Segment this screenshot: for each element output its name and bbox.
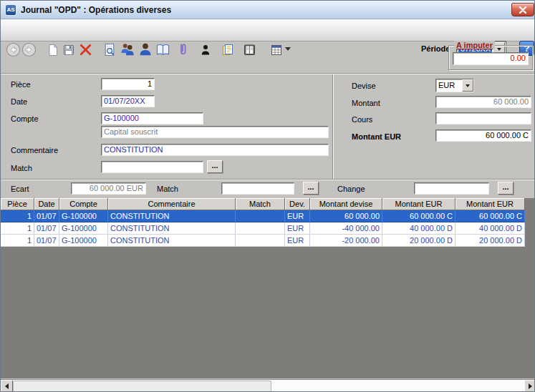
ecart-match-field[interactable] [221, 182, 294, 195]
a-imputer-groupbox: A imputer 0.00 [448, 45, 533, 70]
piece-field[interactable]: 1 [101, 78, 155, 90]
contact-button[interactable] [199, 42, 211, 58]
montant-eur-field[interactable]: 60 000.00 C [435, 129, 531, 142]
save-button[interactable] [61, 41, 77, 58]
column-header[interactable]: Montant EUR [382, 198, 456, 210]
ecart-match-label: Match [157, 185, 178, 193]
horizontal-scrollbar[interactable] [1, 379, 535, 392]
report-icon [221, 43, 235, 57]
column-header[interactable]: Match [236, 198, 285, 210]
commentaire-field[interactable]: CONSTITUTION [101, 144, 329, 156]
book-button[interactable] [154, 41, 172, 58]
column-header[interactable]: Commentaire [108, 198, 236, 210]
back-icon [6, 42, 21, 57]
table-cell[interactable]: EUR [285, 210, 310, 222]
address-book-button[interactable] [241, 41, 257, 58]
close-icon [519, 6, 527, 14]
column-header[interactable]: Dev. [285, 198, 310, 210]
table-row[interactable]: 101/07G-100000CONSTITUTIONEUR-20 000.002… [1, 235, 525, 247]
table-cell[interactable]: 01/07 [34, 210, 59, 222]
devise-combobox[interactable]: EUR [435, 79, 474, 92]
journal-grid: PièceDateCompteCommentaireMatchDev.Monta… [1, 198, 535, 378]
table-cell[interactable] [236, 235, 285, 247]
table-cell[interactable]: 20 000.00 D [456, 235, 525, 247]
table-cell[interactable]: 1 [1, 222, 34, 235]
table-cell[interactable]: G-100000 [59, 210, 108, 222]
date-label: Date [11, 97, 27, 106]
table-cell[interactable]: 60 000.00 [310, 210, 382, 222]
user-icon [138, 41, 153, 57]
table-cell[interactable]: 01/07 [34, 235, 59, 247]
back-button[interactable] [6, 42, 21, 57]
table-cell[interactable] [236, 210, 285, 222]
cours-label: Cours [352, 115, 372, 124]
grid-header: PièceDateCompteCommentaireMatchDev.Monta… [1, 198, 525, 210]
new-document-icon [46, 43, 60, 57]
change-field[interactable] [414, 182, 489, 195]
divider [1, 179, 535, 180]
table-cell[interactable]: 40 000.00 D [456, 222, 525, 235]
scroll-right-button[interactable] [524, 380, 535, 392]
column-header[interactable]: Pièce [1, 198, 34, 210]
column-header[interactable]: Montant devise [310, 198, 382, 210]
close-button[interactable] [511, 3, 534, 16]
preview-icon [102, 42, 117, 57]
column-header[interactable]: Compte [59, 198, 108, 210]
preview-button[interactable] [102, 41, 118, 58]
address-book-icon [242, 43, 257, 57]
change-label: Change [337, 185, 365, 193]
table-cell[interactable]: G-100000 [59, 222, 108, 235]
column-header[interactable]: Date [34, 198, 59, 210]
table-cell[interactable] [236, 222, 285, 235]
a-imputer-field[interactable]: 0.00 [453, 52, 529, 65]
ecart-match-browse-button[interactable]: ... [303, 182, 319, 195]
match-field[interactable] [101, 161, 203, 173]
compte-field[interactable]: G-100000 [101, 112, 203, 124]
grid-view-button[interactable] [269, 41, 284, 58]
cours-field[interactable] [435, 112, 531, 124]
column-header[interactable]: Montant EUR [456, 198, 525, 210]
grid-rows: 101/07G-100000CONSTITUTIONEUR60 000.0060… [1, 210, 525, 247]
a-imputer-label: A imputer [454, 41, 495, 49]
book-icon [155, 42, 171, 57]
delete-button[interactable] [77, 41, 95, 58]
table-cell[interactable]: 01/07 [34, 222, 59, 235]
table-cell[interactable]: 60 000.00 C [382, 210, 456, 222]
attachment-button[interactable] [175, 41, 187, 59]
user-button[interactable] [137, 41, 153, 58]
new-document-button[interactable] [45, 41, 61, 58]
table-cell[interactable]: 1 [1, 235, 34, 247]
grid-view-dropdown-button[interactable] [284, 47, 291, 54]
table-cell[interactable]: 40 000.00 D [382, 222, 456, 235]
compte-label: Compte [11, 114, 39, 123]
table-cell[interactable]: CONSTITUTION [108, 222, 236, 235]
table-row[interactable]: 101/07G-100000CONSTITUTIONEUR-40 000.004… [1, 222, 525, 235]
table-cell[interactable]: EUR [285, 222, 310, 235]
devise-dropdown-button[interactable] [462, 79, 473, 92]
table-cell[interactable]: CONSTITUTION [108, 210, 236, 222]
horizontal-scroll-thumb[interactable] [13, 381, 271, 392]
table-cell[interactable]: EUR [285, 235, 310, 247]
table-cell[interactable]: G-100000 [59, 235, 108, 247]
table-cell[interactable]: 1 [1, 210, 34, 222]
montant-field: 60 000.00 [435, 96, 531, 108]
match-browse-button[interactable]: ... [207, 160, 223, 173]
divider [1, 73, 535, 74]
table-cell[interactable]: -20 000.00 [310, 235, 382, 247]
date-field[interactable]: 01/07/20XX [101, 95, 155, 107]
table-cell[interactable]: 60 000.00 C [456, 210, 525, 222]
devise-label: Devise [352, 82, 376, 90]
table-row[interactable]: 101/07G-100000CONSTITUTIONEUR60 000.0060… [1, 210, 525, 222]
report-button[interactable] [220, 41, 236, 58]
table-cell[interactable]: -40 000.00 [310, 222, 382, 235]
devise-value: EUR [436, 79, 462, 92]
table-cell[interactable]: 20 000.00 D [382, 235, 456, 247]
users-button[interactable] [118, 41, 137, 58]
change-browse-button[interactable]: ... [498, 182, 514, 195]
delete-icon [78, 42, 93, 57]
table-cell[interactable]: CONSTITUTION [108, 235, 236, 247]
forward-button[interactable] [21, 42, 37, 57]
app-window: AS Journal "OPD" : Opérations diverses [0, 0, 535, 392]
scroll-left-button[interactable] [1, 380, 13, 392]
title-bar[interactable]: AS Journal "OPD" : Opérations diverses [1, 1, 535, 19]
